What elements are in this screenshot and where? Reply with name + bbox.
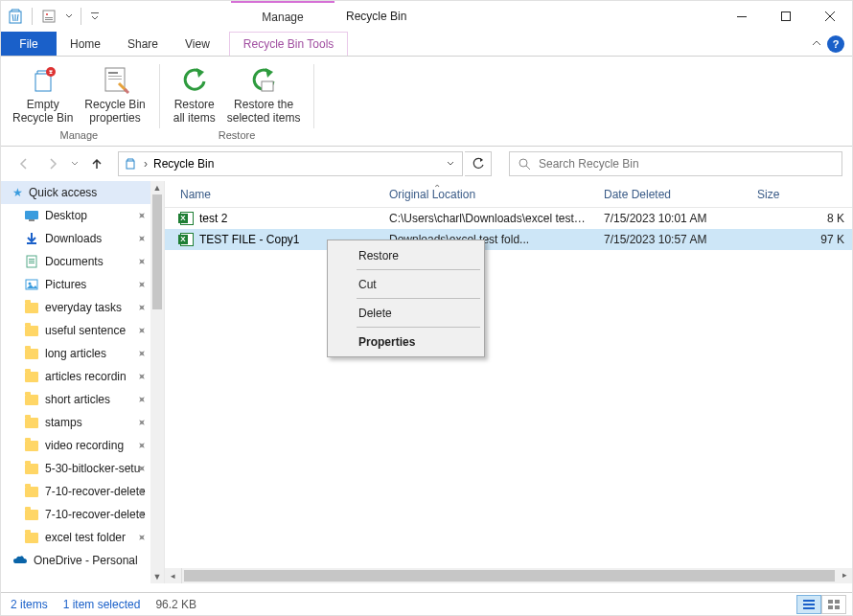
search-box[interactable] [509,151,842,176]
h-scroll-thumb[interactable] [184,570,835,582]
sidebar-item[interactable]: excel test folder [1,526,150,549]
sidebar-item[interactable]: articles recordin [1,365,150,388]
scroll-down-icon[interactable]: ▼ [150,570,164,583]
column-name-label: Name [180,188,211,201]
up-button[interactable] [83,150,110,177]
back-button[interactable] [11,150,37,177]
svg-rect-19 [27,242,36,244]
forward-button[interactable] [39,150,66,177]
svg-rect-8 [35,74,51,91]
file-tab[interactable]: File [1,32,57,56]
status-selected-count: 1 item selected [63,598,141,611]
status-item-count: 2 items [11,598,48,611]
recycle-bin-app-icon[interactable] [5,6,26,27]
table-row[interactable]: test 2C:\Users\charl\Downloads\excel tes… [165,208,852,229]
sidebar-item[interactable]: video recording [1,434,150,457]
details-view-button[interactable] [796,595,821,614]
table-row[interactable]: TEST FILE - Copy1Downloads\excel test fo… [165,229,852,250]
horizontal-scrollbar[interactable]: ◂ ▸ [165,568,852,583]
sidebar-item[interactable]: short articles [1,388,150,411]
sidebar-item[interactable]: long articles [1,342,150,365]
pin-icon [137,395,147,404]
context-separator [357,327,480,328]
quick-access-node[interactable]: ★ Quick access [1,181,150,204]
column-name[interactable]: Name [173,188,381,201]
sidebar-item-label: Documents [45,255,104,268]
thumbnails-view-button[interactable] [821,595,846,614]
sidebar-item[interactable]: Desktop [1,204,150,227]
address-bar[interactable]: › Recycle Bin [118,151,463,176]
close-button[interactable] [808,1,852,32]
svg-rect-27 [803,604,815,605]
folder-icon [24,369,39,384]
recent-locations-button[interactable] [68,150,81,177]
recycle-bin-properties-label: Recycle Bin properties [84,99,145,125]
recycle-bin-tools-tab[interactable]: Recycle Bin Tools [229,32,349,56]
pin-icon [137,441,147,450]
onedrive-node[interactable]: OneDrive - Personal [1,549,150,572]
breadcrumb-chevron-icon[interactable]: › [144,157,148,171]
contextual-tab-header: Manage [231,1,334,32]
column-size[interactable]: Size [749,188,852,201]
column-date-deleted[interactable]: Date Deleted [596,188,749,201]
svg-point-2 [46,13,48,15]
sidebar-item[interactable]: 7-10-recover-delete [1,503,150,526]
scroll-right-icon[interactable]: ▸ [837,568,852,582]
context-delete[interactable]: Delete [330,300,482,326]
sidebar-item[interactable]: useful sentence [1,319,150,342]
share-tab-label: Share [127,37,158,51]
qat-separator [32,8,33,25]
scroll-up-icon[interactable]: ▲ [150,181,164,194]
window-controls [720,1,852,32]
sidebar-scrollbar[interactable]: ▲ ▼ [150,181,164,583]
help-icon[interactable]: ? [827,35,844,53]
recycle-bin-properties-button[interactable]: Recycle Bin properties [79,60,150,127]
scroll-left-icon[interactable]: ◂ [165,568,182,583]
context-properties[interactable]: Properties [330,329,482,354]
sidebar-item-label: Downloads [45,232,102,245]
sidebar-item[interactable]: everyday tasks [1,296,150,319]
context-restore[interactable]: Restore [330,242,482,268]
sidebar-item[interactable]: Downloads [1,227,150,250]
svg-rect-28 [803,607,815,609]
sidebar-item-label: Desktop [45,209,87,222]
folder-icon [24,484,39,499]
contextual-tab-header-label: Manage [262,11,303,24]
desktop-icon [24,208,39,223]
context-cut[interactable]: Cut [330,271,482,297]
qat-item-chevron-icon[interactable] [63,12,75,20]
ribbon-collapse-icon[interactable] [812,39,821,49]
scroll-thumb[interactable] [152,194,162,309]
file-size: 97 K [749,233,852,246]
search-input[interactable] [539,157,834,171]
sidebar-item[interactable]: stamps [1,411,150,434]
folder-icon [24,415,39,430]
home-tab[interactable]: Home [57,32,114,56]
column-headers: Name ⌃ Original Location Date Deleted Si… [165,181,852,208]
share-tab[interactable]: Share [114,32,172,56]
excel-file-icon [180,212,194,225]
quick-access-toolbar [1,1,106,32]
qat-customize-icon[interactable] [87,11,103,21]
restore-all-button[interactable]: Restore all items [168,60,221,127]
folder-icon [24,346,39,361]
empty-recycle-bin-button[interactable]: Empty Recycle Bin [7,60,79,127]
refresh-button[interactable] [465,151,492,176]
maximize-button[interactable] [764,1,808,32]
sidebar-item[interactable]: Pictures [1,273,150,296]
breadcrumb-label[interactable]: Recycle Bin [153,157,214,171]
view-tab[interactable]: View [172,32,223,56]
properties-qat-icon[interactable] [38,6,59,27]
sidebar-item[interactable]: Documents [1,250,150,273]
sidebar-item[interactable]: 7-10-recover-delete [1,480,150,503]
restore-selected-label: Restore the selected items [227,99,301,125]
sidebar-item[interactable]: 5-30-bitlocker-setu [1,457,150,480]
context-menu: Restore Cut Delete Properties [327,240,485,357]
restore-selected-button[interactable]: Restore the selected items [221,60,307,127]
svg-rect-7 [782,12,791,21]
minimize-button[interactable] [720,1,764,32]
svg-rect-29 [828,600,833,604]
scroll-track[interactable] [150,309,164,570]
address-history-icon[interactable] [443,160,458,168]
column-original-location[interactable]: Original Location [381,188,596,201]
